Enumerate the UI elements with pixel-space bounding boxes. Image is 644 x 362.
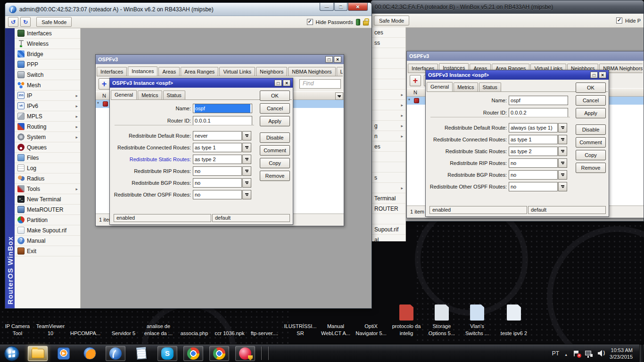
sidebar-item-wireless[interactable]: Wireless [15,39,80,49]
hide-passwords-checkbox[interactable] [616,17,622,24]
undo-button[interactable]: ↺ [8,17,18,27]
comment-button[interactable]: Comment [260,145,290,156]
ospfv3-instance-dialog-a[interactable]: OSPFv3 Instance <ospf> GeneralMetricsSta… [109,78,293,225]
desktop-icon-teste-ipv6-2[interactable]: teste ipv6 2 [494,297,534,337]
sidebar-item-fragment[interactable]: es [372,141,405,152]
field-input-redistribute-other-ospf-routes[interactable]: no [509,182,558,191]
field-input-redistribute-rip-routes[interactable]: no [509,158,558,168]
sidebar-item-interfaces[interactable]: Interfaces [15,28,80,39]
redo-button[interactable]: ↻ [20,17,31,27]
field-input-redistribute-static-routes[interactable]: as type 2 [509,147,558,156]
desktop-icon-vlan-s[interactable]: Vlan'sSwitchs ... [457,297,497,337]
action-center-flag-icon[interactable] [573,350,580,357]
sidebar-item-tools[interactable]: Tools▸ [15,184,80,194]
minimize-icon[interactable] [320,3,334,11]
sidebar-item-routing[interactable]: Routing▸ [15,122,80,132]
copy-button[interactable]: Copy [576,150,606,160]
sidebar-item-fragment[interactable]: n▸ [372,131,405,141]
sidebar-item-fragment[interactable]: Terminal [372,193,405,204]
start-button[interactable] [2,346,22,361]
ok-button[interactable]: OK [260,90,290,101]
sidebar-item-fragment[interactable]: ss [372,38,405,48]
sidebar-item-fragment[interactable]: ces [372,27,405,38]
sidebar-item-queues[interactable]: Queues [15,142,80,153]
clock[interactable]: 10:53 AM 3/23/2015 [610,347,633,360]
taskbar-media-player[interactable] [54,346,74,361]
field-input-redistribute-bgp-routes[interactable]: no [509,170,558,180]
find-input[interactable]: Find [299,79,341,89]
sidebar-item-fragment[interactable] [372,214,405,224]
copy-button[interactable]: Copy [260,158,290,168]
sidebar-item-fragment[interactable] [372,79,405,90]
tab-area-ranges[interactable]: Area Ranges [181,67,218,76]
maximize-icon[interactable] [325,56,333,63]
sidebar-item-fragment[interactable]: ▸ [372,183,405,193]
maximize-icon[interactable] [334,3,347,11]
sidebar-item-fragment[interactable]: ▸ [372,100,405,110]
sidebar-item-switch[interactable]: Switch [15,70,80,80]
volume-icon[interactable] [598,350,604,357]
cancel-button[interactable]: Cancel [260,103,290,114]
dropdown-button[interactable] [242,155,251,164]
comment-button[interactable]: Comment [576,137,606,148]
sidebar-item-ip[interactable]: 255IP▸ [15,90,80,101]
dropdown-button[interactable] [242,190,251,199]
sidebar-item-fragment[interactable]: ▸ [372,110,405,121]
taskbar-explorer[interactable] [28,346,48,361]
field-input-redistribute-other-ospf-routes[interactable]: no [193,190,242,199]
dialog-tab-general[interactable]: General [111,90,137,100]
child-title-bar[interactable]: OSPFv3 [96,55,344,64]
field-input-router-id[interactable]: 0.0.0.2 [509,108,568,117]
sidebar-item-fragment[interactable] [372,162,405,173]
taskbar-chrome-1[interactable] [183,346,203,361]
disable-button[interactable]: Disable [260,132,290,143]
show-hidden-icons-button[interactable] [564,349,568,358]
dropdown-button[interactable] [242,178,251,188]
ospfv3-instance-dialog-b[interactable]: OSPFv3 Instance <ospf> GeneralMetricsSta… [425,70,609,217]
sidebar-item-metarouter[interactable]: MetaROUTER [15,205,80,215]
dropdown-button[interactable] [558,147,567,156]
network-icon[interactable] [585,350,593,357]
add-button[interactable] [99,78,110,90]
sidebar-item-fragment[interactable]: ▸ [372,90,405,100]
desktop-icon-storage[interactable]: StorageOptions 5... [421,297,462,337]
remove-button[interactable]: Remove [260,171,290,181]
apply-button[interactable]: Apply [260,116,290,126]
sidebar-item-system[interactable]: System▸ [15,132,80,142]
sidebar-item-ppp[interactable]: PPP [15,59,80,70]
safe-mode-button[interactable]: Safe Mode [374,16,409,25]
dropdown-button[interactable] [242,166,251,176]
safe-mode-button[interactable]: Safe Mode [36,17,72,27]
cancel-button[interactable]: Cancel [576,95,606,106]
tab-interfaces[interactable]: Interfaces [97,67,127,76]
language-indicator[interactable]: PT [552,350,559,357]
sidebar-item-fragment[interactable]: al [372,235,405,241]
tab-instances[interactable]: Instances [128,66,157,76]
field-input-router-id[interactable]: 0.0.0.1 [193,116,252,125]
sidebar-item-fragment[interactable]: ROUTER [372,204,405,214]
sidebar-item-fragment[interactable]: Supout.rif [372,224,405,235]
field-input-redistribute-bgp-routes[interactable]: no [193,178,242,188]
show-desktop-button[interactable] [639,345,644,362]
field-input-name[interactable]: ospf [193,104,252,113]
sidebar-item-partition[interactable]: Partition [15,215,80,225]
ok-button[interactable]: OK [576,82,606,93]
tab-areas[interactable]: Areas [158,67,180,76]
dialog-tab-general[interactable]: General [427,82,453,92]
sidebar-item-ipv6[interactable]: v6IPv6▸ [15,101,80,111]
sidebar-item-manual[interactable]: ?Manual [15,236,80,246]
taskbar-winbox[interactable] [106,346,125,361]
taskbar-app-red[interactable] [235,346,255,361]
disable-button[interactable]: Disable [576,124,606,135]
sidebar-item-fragment[interactable] [372,152,405,162]
sidebar-item-fragment[interactable] [372,69,405,79]
tab-lsa[interactable]: LSA [337,67,343,76]
field-input-redistribute-default-route[interactable]: always (as type 1) [509,123,558,132]
dropdown-button[interactable] [558,123,567,132]
sidebar-item-radius[interactable]: Radius [15,173,80,184]
close-icon[interactable] [334,56,341,63]
taskbar-firefox[interactable] [80,346,99,361]
sidebar-item-mpls[interactable]: MPLS▸ [15,111,80,122]
sidebar-item-new-terminal[interactable]: >_New Terminal [15,194,80,205]
dropdown-button[interactable] [558,158,567,168]
